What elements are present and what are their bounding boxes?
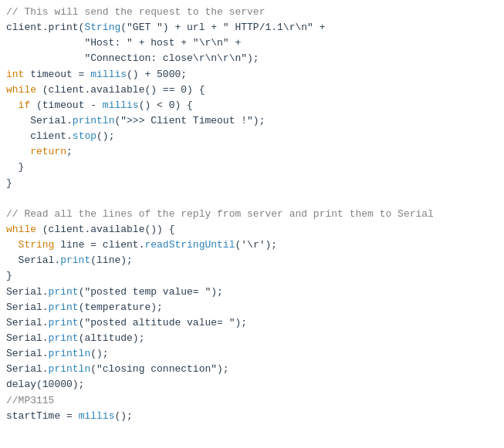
code-line: Serial.println("closing connection"); [6,362,498,377]
code-editor: // This will send the request to the ser… [6,5,498,424]
code-token: (timeout - [30,99,103,111]
code-token: stop [73,130,96,142]
code-token: String [84,22,120,33]
code-token [6,146,30,157]
code-token [6,239,19,251]
code-token: Serial. [6,254,60,266]
code-line: } [6,268,498,284]
code-token [6,99,19,111]
code-token: } [6,161,24,173]
code-token: line = client. [54,239,144,251]
code-line: while (client.available() == 0) { [6,83,498,98]
code-token: () < 0) { [139,99,193,111]
code-line: } [6,176,498,191]
code-token: print [60,254,90,266]
code-token: millis [103,99,139,111]
code-token: startTime = [6,410,79,422]
code-token: client. [6,130,73,142]
code-token: String [19,239,55,251]
code-token: client.print( [6,22,84,33]
code-token: println [49,363,91,375]
code-line [6,191,498,207]
code-token: (line); [90,254,133,266]
code-line: "Host: " + host + "\r\n" + [6,35,498,51]
code-token: (client.available() == 0) { [36,84,205,96]
code-token: Serial. [6,348,49,359]
code-token: (client.available()) { [36,224,174,235]
code-token: (temperature); [79,301,163,313]
code-line: int timeout = millis() + 5000; [6,67,498,83]
code-line: // This will send the request to the ser… [6,5,498,20]
code-token: if [19,99,31,111]
code-line: Serial.print(temperature); [6,300,498,315]
code-line: startTime = millis(); [6,409,498,424]
code-token: (); [114,410,132,422]
code-token: while [6,84,36,96]
code-token: ("posted altitude value= "); [79,317,247,328]
code-token: Serial. [6,115,73,126]
code-token: "Connection: close\r\n\r\n"); [6,52,259,64]
code-token: ("closing connection"); [90,363,228,375]
code-line: Serial.print("posted altitude value= "); [6,315,498,331]
code-line: Serial.print("posted temp value= "); [6,285,498,300]
code-token: ; [66,146,73,157]
code-token: Serial. [6,363,49,375]
code-token: (); [96,130,114,142]
code-line: "Connection: close\r\n\r\n"); [6,51,498,66]
code-token: Serial. [6,317,49,328]
code-token: readStringUntil [144,239,235,251]
code-token: Serial. [6,332,49,344]
code-token: timeout = [24,69,90,80]
code-line: if (timeout - millis() < 0) { [6,98,498,113]
code-token: int [6,69,24,80]
code-token: millis [90,69,127,80]
code-token: println [49,348,91,359]
code-line: return; [6,144,498,160]
code-token: } [6,270,12,281]
code-token: ('\r'); [235,239,277,251]
code-line: //MP3115 [6,393,498,409]
code-token: (); [90,348,108,359]
code-token: Serial. [6,301,49,313]
code-token: ("posted temp value= "); [79,286,223,298]
code-token: () + 5000; [127,69,187,80]
code-token: (">>> Client Timeout !"); [114,115,265,126]
code-token: delay(10000); [6,379,84,390]
code-line: Serial.print(altitude); [6,331,498,346]
code-line: Serial.print(line); [6,253,498,268]
code-token: (altitude); [79,332,145,344]
code-token: print [49,317,79,328]
code-token: Serial. [6,286,49,298]
code-token: millis [79,410,115,422]
code-token: "Host: " + host + "\r\n" + [6,37,241,49]
code-line: client.stop(); [6,129,498,144]
code-token: } [6,177,12,189]
code-token: print [49,301,79,313]
code-line: while (client.available()) { [6,222,498,237]
code-token: ("GET ") + url + " HTTP/1.1\r\n" + [120,22,325,33]
code-line: client.print(String("GET ") + url + " HT… [6,20,498,35]
code-line: String line = client.readStringUntil('\r… [6,237,498,253]
code-line: // Read all the lines of the reply from … [6,207,498,222]
code-token: print [49,286,79,298]
code-line: } [6,160,498,175]
code-token: // Read all the lines of the reply from … [6,208,434,220]
code-token: while [6,224,36,235]
code-token: //MP3115 [6,395,54,406]
code-line: Serial.println(">>> Client Timeout !"); [6,113,498,129]
code-token: // This will send the request to the ser… [6,6,265,18]
code-line: delay(10000); [6,377,498,392]
code-token: print [49,332,79,344]
code-token: return [30,146,66,157]
code-line: Serial.println(); [6,346,498,362]
code-token: println [73,115,115,126]
